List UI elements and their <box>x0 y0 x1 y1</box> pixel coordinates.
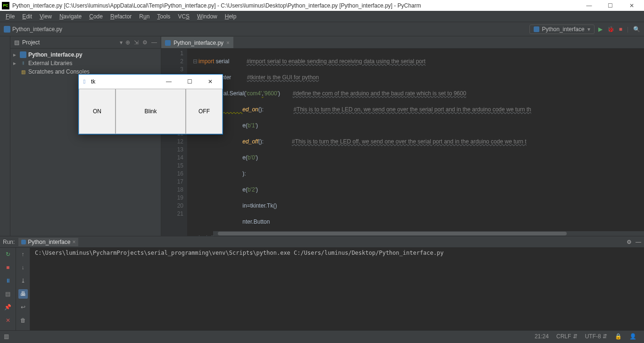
run-tool-header: Run: Python_interface × ⚙ — <box>0 236 644 248</box>
library-icon: ⫴ <box>20 60 26 67</box>
editor-tab[interactable]: Python_interface.py × <box>161 37 233 48</box>
menu-window[interactable]: Window <box>193 11 221 22</box>
left-tool-stripe[interactable] <box>0 36 10 236</box>
run-tool-title: Run: <box>3 239 15 245</box>
tool-window-toggle-icon[interactable]: ▥ <box>4 333 11 340</box>
tk-window-title: tk <box>91 78 158 85</box>
expand-arrow-icon[interactable]: ▸ <box>13 51 18 58</box>
down-arrow-icon[interactable]: ↓ <box>18 263 28 272</box>
tk-close-button[interactable]: ✕ <box>200 75 221 88</box>
close-icon[interactable]: ✕ <box>3 316 13 325</box>
tree-item-external-libraries[interactable]: ▸ ⫴ External Libraries <box>10 59 161 67</box>
editor-tabs: Python_interface.py × <box>161 36 644 49</box>
debug-button[interactable]: 🐞 <box>607 26 614 33</box>
menu-navigate[interactable]: Navigate <box>56 11 85 22</box>
menu-code[interactable]: Code <box>85 11 107 22</box>
project-tree: ▸ Python_interface.py ▸ ⫴ External Libra… <box>10 49 161 78</box>
tree-item-label: Python_interface.py <box>28 51 83 58</box>
breadcrumb-file: Python_interface.py <box>12 26 62 33</box>
navbar: Python_interface.py Python_interface ▾ ▶… <box>0 22 644 36</box>
run-config-name: Python_interface <box>542 26 585 33</box>
menu-tools[interactable]: Tools <box>153 11 174 22</box>
scratch-icon: ▧ <box>20 68 26 75</box>
tk-minimize-button[interactable]: — <box>158 75 179 88</box>
python-file-icon <box>20 51 26 58</box>
menubar: File Edit View Navigate Code Refactor Ru… <box>0 11 644 22</box>
run-tool-window: Run: Python_interface × ⚙ — ↻ ■ ⏸ ▤ 📌 ✕ … <box>0 236 644 330</box>
gear-icon[interactable]: ⚙ <box>142 39 148 46</box>
menu-view[interactable]: View <box>36 11 56 22</box>
chevron-down-icon: ▾ <box>587 26 590 33</box>
tk-titlebar[interactable]: 𓆃 tk — ☐ ✕ <box>79 75 223 89</box>
status-line-separator[interactable]: CRLF ⇵ <box>553 333 581 340</box>
run-action-gutter: ↻ ■ ⏸ ▤ 📌 ✕ <box>0 248 16 330</box>
minimize-button[interactable]: — <box>578 0 600 11</box>
wrap-icon[interactable]: ↩ <box>18 302 28 312</box>
menu-edit[interactable]: Edit <box>18 11 36 22</box>
horizontal-scrollbar[interactable] <box>213 231 644 236</box>
chevron-down-icon[interactable]: ▾ <box>120 39 123 46</box>
collapse-icon[interactable]: ⇲ <box>134 39 139 46</box>
off-button[interactable]: OFF <box>186 89 223 134</box>
menu-refactor[interactable]: Refactor <box>107 11 135 22</box>
tk-maximize-button[interactable]: ☐ <box>179 75 200 88</box>
run-output[interactable]: C:\Users\luminus\PycharmProjects\serial_… <box>30 248 644 330</box>
editor: Python_interface.py × 123456789101112131… <box>161 36 644 236</box>
project-view-icon[interactable]: ▤ <box>14 39 19 46</box>
up-arrow-icon[interactable]: ↑ <box>18 250 28 259</box>
menu-run[interactable]: Run <box>135 11 153 22</box>
tk-window[interactable]: 𓆃 tk — ☐ ✕ ON Blink OFF <box>78 74 223 134</box>
window-title: Python_interface.py [C:\Users\luminus\Ap… <box>12 2 578 9</box>
inspector-icon[interactable]: 👤 <box>626 333 640 340</box>
tree-item-label: External Libraries <box>28 60 72 67</box>
stop-button[interactable]: ■ <box>619 26 622 33</box>
python-file-icon <box>165 40 171 46</box>
menu-vcs[interactable]: VCS <box>174 11 193 22</box>
hide-icon[interactable]: — <box>636 239 641 245</box>
project-panel-title[interactable]: Project <box>22 39 117 46</box>
breadcrumb[interactable]: Python_interface.py <box>4 26 62 33</box>
tk-body: ON Blink OFF <box>79 89 223 134</box>
scrollbar-thumb[interactable] <box>218 232 567 235</box>
python-file-icon <box>534 26 539 32</box>
menu-help[interactable]: Help <box>221 11 240 22</box>
run-tab-label: Python_interface <box>28 239 70 245</box>
python-file-icon <box>21 240 26 244</box>
run-secondary-gutter: ↑ ↓ ⤓ 🖶 ↩ 🗑 <box>16 248 30 330</box>
pause-button[interactable]: ⏸ <box>3 276 13 285</box>
close-icon[interactable]: × <box>72 239 75 245</box>
pin-icon[interactable]: 📌 <box>3 302 13 312</box>
blink-button[interactable]: Blink <box>116 89 186 134</box>
locate-icon[interactable]: ⊕ <box>125 39 130 46</box>
lock-icon[interactable]: 🔒 <box>611 333 626 340</box>
run-button[interactable]: ▶ <box>598 26 603 33</box>
stop-button[interactable]: ■ <box>3 263 13 272</box>
trash-icon[interactable]: 🗑 <box>18 316 28 325</box>
close-icon[interactable]: × <box>226 40 230 46</box>
maximize-button[interactable]: ☐ <box>600 0 621 11</box>
run-config-selector[interactable]: Python_interface ▾ <box>529 25 594 34</box>
expand-arrow-icon[interactable]: ▸ <box>13 60 18 67</box>
code-view[interactable]: 123456789101112131415161718192021 ⊟impor… <box>161 49 644 236</box>
menu-file[interactable]: File <box>2 11 18 22</box>
on-button[interactable]: ON <box>79 89 116 134</box>
status-bar: ▥ 21:24 CRLF ⇵ UTF-8 ⇵ 🔒 👤 <box>0 330 644 342</box>
hide-icon[interactable]: — <box>151 39 157 46</box>
rerun-button[interactable]: ↻ <box>3 250 13 259</box>
export-icon[interactable]: ⤓ <box>18 276 28 285</box>
code-area[interactable]: ⊟import serial #import serial to enable … <box>187 49 644 236</box>
run-tab[interactable]: Python_interface × <box>18 238 78 246</box>
os-titlebar: PC Python_interface.py [C:\Users\luminus… <box>0 0 644 11</box>
search-icon[interactable]: 🔍 <box>633 26 640 33</box>
status-caret-pos[interactable]: 21:24 <box>531 333 553 340</box>
print-icon[interactable]: 🖶 <box>18 289 28 299</box>
project-panel-header: ▤ Project ▾ ⊕ ⇲ ⚙ — <box>10 36 161 49</box>
tk-feather-icon: 𓆃 <box>81 78 88 85</box>
tree-item-project-file[interactable]: ▸ Python_interface.py <box>10 50 161 59</box>
layout-icon[interactable]: ▤ <box>3 289 13 299</box>
status-encoding[interactable]: UTF-8 ⇵ <box>581 333 611 340</box>
gear-icon[interactable]: ⚙ <box>627 239 632 245</box>
separator: | <box>627 26 628 33</box>
close-button[interactable]: ✕ <box>621 0 642 11</box>
python-file-icon <box>4 26 10 33</box>
